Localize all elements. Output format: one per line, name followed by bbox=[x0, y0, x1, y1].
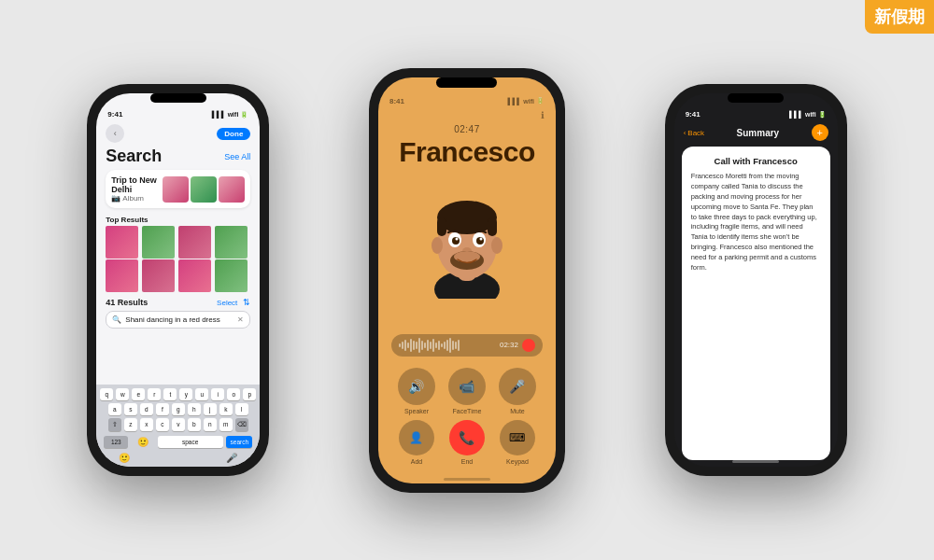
bar-4 bbox=[407, 343, 409, 348]
keypad-icon: ⌨ bbox=[500, 420, 535, 455]
call-duration: 02:32 bbox=[500, 341, 518, 349]
kb-w[interactable]: w bbox=[116, 388, 129, 400]
mute-icon: 🎤 bbox=[499, 368, 536, 405]
add-icon: 👤 bbox=[399, 420, 434, 455]
grid-photo-2 bbox=[142, 226, 175, 259]
grid-photo-3 bbox=[178, 226, 211, 259]
clear-icon[interactable]: ✕ bbox=[237, 315, 244, 324]
kb-emoji[interactable]: 🙂 bbox=[132, 434, 154, 450]
kb-n[interactable]: n bbox=[204, 418, 217, 431]
signal-1: ▌▌▌ bbox=[212, 111, 226, 118]
svg-point-16 bbox=[454, 251, 480, 262]
kb-v[interactable]: v bbox=[172, 418, 185, 431]
grid-photo-6 bbox=[142, 259, 175, 292]
bar-11 bbox=[427, 340, 429, 351]
speaker-label: Speaker bbox=[404, 408, 429, 414]
kb-emoji-icon[interactable]: 🙂 bbox=[119, 453, 130, 463]
kb-l[interactable]: l bbox=[235, 403, 248, 415]
svg-point-7 bbox=[491, 237, 502, 254]
signal-3: ▌▌▌ bbox=[789, 111, 803, 118]
bar-12 bbox=[430, 342, 432, 349]
kb-c[interactable]: c bbox=[156, 418, 169, 431]
kb-o[interactable]: o bbox=[227, 388, 240, 400]
kb-delete[interactable]: ⌫ bbox=[235, 418, 248, 431]
kb-row-2: a s d f g h j k l bbox=[100, 403, 256, 415]
done-button[interactable]: Done bbox=[217, 128, 250, 140]
kb-g[interactable]: g bbox=[172, 403, 185, 415]
call-screen-container: 8:41 ▌▌▌ wifi 🔋 ℹ 02:47 Francesco bbox=[378, 77, 556, 483]
add-button[interactable]: 👤 Add bbox=[399, 420, 434, 465]
bar-2 bbox=[402, 342, 403, 349]
call-timer: 02:47 bbox=[378, 124, 556, 134]
end-call-icon: 📞 bbox=[449, 420, 485, 455]
kb-123[interactable]: 123 bbox=[104, 436, 128, 448]
back-link[interactable]: ‹ Back bbox=[684, 129, 704, 137]
kb-t[interactable]: t bbox=[163, 388, 177, 400]
search-title-bar: Search See All bbox=[96, 145, 260, 170]
phone-search: 9:41 ▌▌▌ wifi 🔋 ‹ Done Search See All bbox=[87, 84, 269, 476]
album-card[interactable]: Trip to New Delhi 📷 Album bbox=[106, 170, 250, 208]
kb-z[interactable]: z bbox=[124, 418, 137, 431]
facetime-label: FaceTime bbox=[453, 408, 482, 414]
kb-e[interactable]: e bbox=[132, 388, 145, 400]
summary-screen-container: 9:41 ▌▌▌ wifi 🔋 ‹ Back Summary + bbox=[674, 93, 838, 467]
summary-body-text: Francesco Moretti from the moving compan… bbox=[691, 172, 821, 273]
speaker-icon: 🔊 bbox=[398, 368, 435, 405]
record-button[interactable] bbox=[522, 339, 535, 352]
control-row-1: 🔊 Speaker 📹 FaceTime 🎤 Mute bbox=[391, 368, 543, 414]
kb-x[interactable]: x bbox=[140, 418, 153, 431]
kb-search[interactable]: search bbox=[226, 436, 252, 448]
kb-u[interactable]: u bbox=[195, 388, 208, 400]
kb-k[interactable]: k bbox=[219, 403, 233, 415]
time-1: 9:41 bbox=[107, 110, 122, 119]
kb-r[interactable]: r bbox=[148, 388, 161, 400]
speaker-button[interactable]: 🔊 Speaker bbox=[398, 368, 435, 414]
keypad-button[interactable]: ⌨ Keypad bbox=[500, 420, 535, 465]
keyboard: q w e r t y u i o p a s d bbox=[96, 385, 260, 467]
back-button-1[interactable]: ‹ bbox=[106, 124, 124, 143]
summary-call-title: Call with Francesco bbox=[691, 156, 821, 166]
kb-shift[interactable]: ⇧ bbox=[108, 418, 121, 431]
memoji-container bbox=[378, 162, 556, 329]
album-name: Trip to New Delhi bbox=[111, 175, 157, 194]
kb-space[interactable]: space bbox=[158, 436, 223, 448]
bar-8 bbox=[418, 338, 420, 353]
bar-10 bbox=[424, 343, 426, 348]
facetime-button[interactable]: 📹 FaceTime bbox=[448, 368, 486, 414]
kb-m[interactable]: m bbox=[219, 418, 233, 431]
search-input-bar[interactable]: 🔍 Shani dancing in a red dress ✕ bbox=[106, 311, 250, 329]
search-input-text[interactable]: Shani dancing in a red dress bbox=[125, 315, 234, 324]
kb-a[interactable]: a bbox=[108, 403, 121, 415]
dynamic-island-2 bbox=[436, 77, 497, 88]
kb-y[interactable]: y bbox=[179, 388, 192, 400]
sort-icon[interactable]: ⇅ bbox=[243, 298, 250, 307]
end-button[interactable]: 📞 End bbox=[449, 420, 485, 465]
battery-2: 🔋 bbox=[536, 97, 545, 105]
call-info-icon[interactable]: ℹ bbox=[541, 110, 545, 120]
kb-f[interactable]: f bbox=[156, 403, 169, 415]
kb-mic-icon[interactable]: 🎤 bbox=[226, 453, 237, 463]
bar-17 bbox=[444, 342, 446, 349]
album-icon: 📷 bbox=[111, 194, 120, 203]
bar-7 bbox=[416, 342, 417, 349]
kb-b[interactable]: b bbox=[188, 418, 201, 431]
album-info: Trip to New Delhi 📷 Album bbox=[111, 175, 157, 203]
add-summary-button[interactable]: + bbox=[812, 124, 828, 141]
bar-15 bbox=[438, 341, 440, 350]
battery-3: 🔋 bbox=[818, 111, 827, 119]
see-all-link[interactable]: See All bbox=[224, 152, 250, 161]
kb-s[interactable]: s bbox=[124, 403, 137, 415]
kb-q[interactable]: q bbox=[100, 388, 113, 400]
kb-i[interactable]: i bbox=[211, 388, 224, 400]
kb-j[interactable]: j bbox=[204, 403, 217, 415]
kb-d[interactable]: d bbox=[140, 403, 153, 415]
wifi-2: wifi bbox=[523, 98, 534, 105]
mute-button[interactable]: 🎤 Mute bbox=[499, 368, 536, 414]
kb-h[interactable]: h bbox=[188, 403, 201, 415]
kb-p[interactable]: p bbox=[243, 388, 256, 400]
status-bar-1: 9:41 ▌▌▌ wifi 🔋 bbox=[96, 108, 260, 120]
bar-1 bbox=[399, 343, 401, 347]
bar-16 bbox=[441, 343, 443, 347]
signal-2: ▌▌▌ bbox=[507, 98, 521, 105]
select-button[interactable]: Select bbox=[217, 299, 237, 307]
